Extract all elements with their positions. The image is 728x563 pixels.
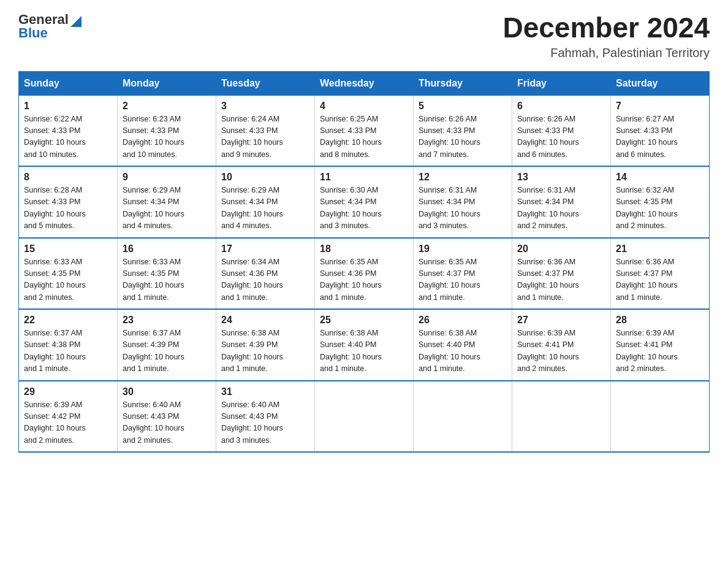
- week-row-4: 22Sunrise: 6:37 AM Sunset: 4:38 PM Dayli…: [19, 309, 710, 381]
- day-cell: [512, 381, 611, 453]
- day-cell: 15Sunrise: 6:33 AM Sunset: 4:35 PM Dayli…: [19, 238, 118, 310]
- day-cell: 31Sunrise: 6:40 AM Sunset: 4:43 PM Dayli…: [216, 381, 315, 453]
- day-cell: 22Sunrise: 6:37 AM Sunset: 4:38 PM Dayli…: [19, 309, 118, 381]
- logo: General Blue: [18, 12, 82, 40]
- day-number: 3: [221, 101, 309, 112]
- day-number: 24: [221, 315, 309, 326]
- day-info: Sunrise: 6:40 AM Sunset: 4:43 PM Dayligh…: [123, 399, 211, 447]
- day-cell: 12Sunrise: 6:31 AM Sunset: 4:34 PM Dayli…: [414, 166, 512, 238]
- day-info: Sunrise: 6:31 AM Sunset: 4:34 PM Dayligh…: [517, 185, 605, 232]
- col-header-saturday: Saturday: [611, 71, 710, 95]
- col-header-friday: Friday: [512, 71, 611, 95]
- week-row-1: 1Sunrise: 6:22 AM Sunset: 4:33 PM Daylig…: [19, 95, 710, 166]
- day-info: Sunrise: 6:36 AM Sunset: 4:37 PM Dayligh…: [616, 256, 704, 304]
- day-info: Sunrise: 6:29 AM Sunset: 4:34 PM Dayligh…: [221, 185, 309, 232]
- col-header-tuesday: Tuesday: [216, 71, 315, 95]
- day-number: 8: [24, 172, 112, 183]
- day-cell: 16Sunrise: 6:33 AM Sunset: 4:35 PM Dayli…: [118, 238, 216, 310]
- day-cell: 27Sunrise: 6:39 AM Sunset: 4:41 PM Dayli…: [512, 309, 611, 381]
- day-number: 17: [221, 243, 309, 255]
- calendar-header-row: SundayMondayTuesdayWednesdayThursdayFrid…: [19, 71, 710, 95]
- day-info: Sunrise: 6:29 AM Sunset: 4:34 PM Dayligh…: [123, 185, 211, 232]
- day-number: 22: [24, 315, 112, 326]
- day-cell: 9Sunrise: 6:29 AM Sunset: 4:34 PM Daylig…: [118, 166, 216, 238]
- day-cell: 18Sunrise: 6:35 AM Sunset: 4:36 PM Dayli…: [315, 238, 414, 310]
- logo-triangle-icon: [70, 13, 82, 27]
- month-title: December 2024: [502, 12, 710, 44]
- day-number: 12: [419, 172, 507, 183]
- day-cell: 10Sunrise: 6:29 AM Sunset: 4:34 PM Dayli…: [216, 166, 315, 238]
- day-info: Sunrise: 6:33 AM Sunset: 4:35 PM Dayligh…: [123, 256, 211, 304]
- day-info: Sunrise: 6:25 AM Sunset: 4:33 PM Dayligh…: [320, 113, 408, 161]
- day-cell: 4Sunrise: 6:25 AM Sunset: 4:33 PM Daylig…: [315, 95, 414, 166]
- day-cell: 28Sunrise: 6:39 AM Sunset: 4:41 PM Dayli…: [611, 309, 710, 381]
- day-cell: 1Sunrise: 6:22 AM Sunset: 4:33 PM Daylig…: [19, 95, 118, 166]
- day-info: Sunrise: 6:26 AM Sunset: 4:33 PM Dayligh…: [517, 113, 605, 161]
- day-number: 20: [517, 243, 605, 255]
- calendar-table: SundayMondayTuesdayWednesdayThursdayFrid…: [18, 71, 710, 453]
- day-number: 16: [123, 243, 211, 255]
- day-number: 5: [419, 101, 507, 112]
- day-cell: 19Sunrise: 6:35 AM Sunset: 4:37 PM Dayli…: [414, 238, 512, 310]
- day-info: Sunrise: 6:37 AM Sunset: 4:38 PM Dayligh…: [24, 327, 112, 375]
- day-info: Sunrise: 6:36 AM Sunset: 4:37 PM Dayligh…: [517, 256, 605, 304]
- day-number: 7: [616, 101, 704, 112]
- col-header-monday: Monday: [118, 71, 216, 95]
- week-row-3: 15Sunrise: 6:33 AM Sunset: 4:35 PM Dayli…: [19, 238, 710, 310]
- day-cell: 11Sunrise: 6:30 AM Sunset: 4:34 PM Dayli…: [315, 166, 414, 238]
- day-info: Sunrise: 6:39 AM Sunset: 4:42 PM Dayligh…: [24, 399, 112, 447]
- day-number: 14: [616, 172, 704, 183]
- page-header: General Blue December 2024 Fahmah, Pales…: [18, 12, 710, 60]
- day-number: 15: [24, 243, 112, 255]
- day-cell: 13Sunrise: 6:31 AM Sunset: 4:34 PM Dayli…: [512, 166, 611, 238]
- day-cell: 25Sunrise: 6:38 AM Sunset: 4:40 PM Dayli…: [315, 309, 414, 381]
- day-info: Sunrise: 6:39 AM Sunset: 4:41 PM Dayligh…: [616, 327, 704, 375]
- day-number: 26: [419, 315, 507, 326]
- day-number: 4: [320, 101, 408, 112]
- day-info: Sunrise: 6:35 AM Sunset: 4:37 PM Dayligh…: [419, 256, 507, 304]
- day-info: Sunrise: 6:39 AM Sunset: 4:41 PM Dayligh…: [517, 327, 605, 375]
- title-block: December 2024 Fahmah, Palestinian Territ…: [502, 12, 710, 60]
- day-cell: [611, 381, 710, 453]
- day-number: 28: [616, 315, 704, 326]
- day-cell: 8Sunrise: 6:28 AM Sunset: 4:33 PM Daylig…: [19, 166, 118, 238]
- day-info: Sunrise: 6:38 AM Sunset: 4:40 PM Dayligh…: [320, 327, 408, 375]
- col-header-wednesday: Wednesday: [315, 71, 414, 95]
- day-info: Sunrise: 6:38 AM Sunset: 4:40 PM Dayligh…: [419, 327, 507, 375]
- day-info: Sunrise: 6:26 AM Sunset: 4:33 PM Dayligh…: [419, 113, 507, 161]
- day-cell: [315, 381, 414, 453]
- day-info: Sunrise: 6:33 AM Sunset: 4:35 PM Dayligh…: [24, 256, 112, 304]
- day-info: Sunrise: 6:31 AM Sunset: 4:34 PM Dayligh…: [419, 185, 507, 232]
- day-number: 21: [616, 243, 704, 255]
- day-cell: 26Sunrise: 6:38 AM Sunset: 4:40 PM Dayli…: [414, 309, 512, 381]
- day-number: 9: [123, 172, 211, 183]
- day-number: 25: [320, 315, 408, 326]
- day-number: 11: [320, 172, 408, 183]
- week-row-5: 29Sunrise: 6:39 AM Sunset: 4:42 PM Dayli…: [19, 381, 710, 453]
- day-number: 23: [123, 315, 211, 326]
- day-number: 13: [517, 172, 605, 183]
- day-cell: 21Sunrise: 6:36 AM Sunset: 4:37 PM Dayli…: [611, 238, 710, 310]
- day-number: 10: [221, 172, 309, 183]
- day-number: 1: [24, 101, 112, 112]
- day-cell: 24Sunrise: 6:38 AM Sunset: 4:39 PM Dayli…: [216, 309, 315, 381]
- day-number: 6: [517, 101, 605, 112]
- day-cell: 20Sunrise: 6:36 AM Sunset: 4:37 PM Dayli…: [512, 238, 611, 310]
- day-info: Sunrise: 6:40 AM Sunset: 4:43 PM Dayligh…: [221, 399, 309, 447]
- logo-blue: Blue: [18, 26, 82, 40]
- day-number: 19: [419, 243, 507, 255]
- day-info: Sunrise: 6:24 AM Sunset: 4:33 PM Dayligh…: [221, 113, 309, 161]
- day-cell: 7Sunrise: 6:27 AM Sunset: 4:33 PM Daylig…: [611, 95, 710, 166]
- day-info: Sunrise: 6:27 AM Sunset: 4:33 PM Dayligh…: [616, 113, 704, 161]
- location-title: Fahmah, Palestinian Territory: [502, 46, 710, 60]
- day-cell: 23Sunrise: 6:37 AM Sunset: 4:39 PM Dayli…: [118, 309, 216, 381]
- day-cell: 30Sunrise: 6:40 AM Sunset: 4:43 PM Dayli…: [118, 381, 216, 453]
- day-cell: [414, 381, 512, 453]
- day-info: Sunrise: 6:37 AM Sunset: 4:39 PM Dayligh…: [123, 327, 211, 375]
- day-cell: 2Sunrise: 6:23 AM Sunset: 4:33 PM Daylig…: [118, 95, 216, 166]
- day-number: 31: [221, 386, 309, 397]
- day-number: 27: [517, 315, 605, 326]
- day-info: Sunrise: 6:28 AM Sunset: 4:33 PM Dayligh…: [24, 185, 112, 232]
- day-cell: 3Sunrise: 6:24 AM Sunset: 4:33 PM Daylig…: [216, 95, 315, 166]
- week-row-2: 8Sunrise: 6:28 AM Sunset: 4:33 PM Daylig…: [19, 166, 710, 238]
